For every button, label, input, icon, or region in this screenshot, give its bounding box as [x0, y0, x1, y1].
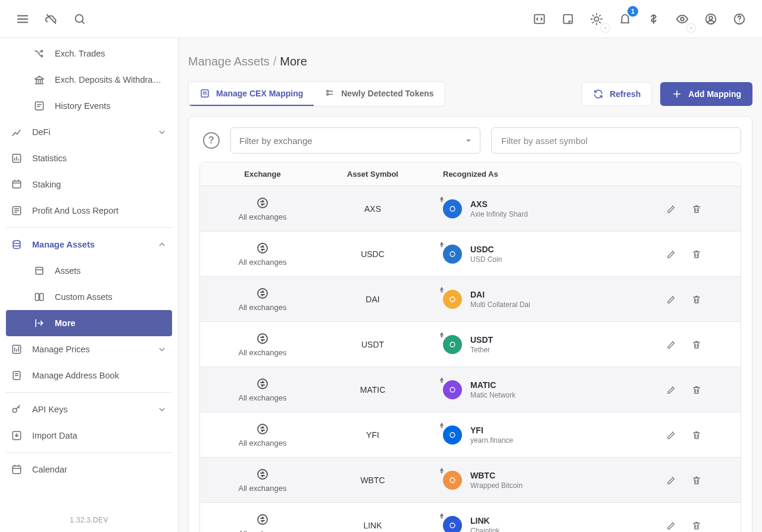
exchange-label: All exchanges [239, 303, 287, 312]
recognized-name: Axie Infinity Shard [470, 210, 528, 218]
edit-button[interactable] [666, 430, 677, 440]
cell-symbol: USDT [313, 340, 432, 349]
filter-exchange-select[interactable]: Filter by exchange [230, 127, 480, 154]
sidebar-item[interactable]: Staking [0, 171, 178, 198]
chevron-down-icon [157, 127, 167, 137]
filter-symbol-input[interactable] [491, 127, 741, 154]
sidebar-item[interactable]: History Events [0, 93, 178, 119]
assets-icon [11, 239, 23, 251]
sidebar-item[interactable]: Exch. Deposits & Withdrawals [0, 67, 178, 93]
delete-button[interactable] [691, 384, 702, 395]
sidebar-item[interactable]: Manage Assets [0, 231, 178, 258]
sidebar-item-label: Manage Address Book [32, 371, 167, 380]
sidebar-item[interactable]: Profit And Loss Report [0, 198, 178, 224]
sidebar-item-label: API Keys [32, 405, 157, 414]
dev-code-button[interactable] [527, 7, 551, 31]
sidebar: Exch. TradesExch. Deposits & Withdrawals… [0, 38, 179, 532]
table-row: All exchangesYFIYFIyearn.finance [200, 412, 741, 458]
exchange-icon [255, 467, 270, 481]
eth-badge-icon [438, 286, 445, 293]
refresh-icon [593, 89, 604, 99]
chevron-down-icon [687, 24, 695, 32]
account-button[interactable] [699, 7, 723, 31]
recognized-name: Multi Collateral Dai [470, 301, 530, 309]
delete-button[interactable] [691, 249, 702, 259]
privacy-button[interactable] [670, 7, 694, 31]
edit-button[interactable] [666, 475, 677, 486]
sidebar-item[interactable]: Exch. Trades [0, 40, 178, 67]
th-symbol: Asset Symbol [313, 170, 432, 179]
sidebar-item-label: Exch. Trades [55, 49, 167, 58]
sidebar-item[interactable]: DeFi [0, 119, 178, 145]
table-row: All exchangesLINKLINKChainlink [200, 503, 741, 532]
eth-badge-icon [438, 467, 445, 474]
cell-symbol: USDC [313, 249, 432, 259]
notifications-button[interactable]: 1 [613, 7, 637, 31]
delete-button[interactable] [691, 520, 702, 531]
search-button[interactable] [68, 7, 92, 31]
exchange-label: All exchanges [239, 529, 287, 532]
delete-button[interactable] [691, 294, 702, 305]
chevron-down-icon [157, 404, 167, 415]
help-button[interactable] [727, 7, 751, 31]
refresh-button[interactable]: Refresh [582, 82, 652, 106]
breadcrumb-separator: / [273, 55, 277, 68]
calendar-icon [11, 464, 23, 475]
notes-button[interactable] [556, 7, 580, 31]
exchange-icon [255, 377, 270, 391]
sidebar-item[interactable]: API Keys [0, 396, 178, 423]
plus-icon [672, 89, 682, 99]
delete-button[interactable] [691, 430, 702, 440]
recognized-name: Tether [470, 346, 493, 354]
main-content: Manage Assets / More Manage CEX Mapping … [179, 38, 762, 532]
prices-icon [11, 343, 23, 355]
table-row: All exchangesDAIDAIMulti Collateral Dai [200, 277, 741, 322]
token-icon [443, 245, 462, 264]
sidebar-item[interactable]: Custom Assets [0, 284, 178, 310]
filter-symbol-field[interactable] [500, 135, 732, 146]
breadcrumb-parent[interactable]: Manage Assets [188, 55, 270, 68]
edit-button[interactable] [666, 294, 677, 305]
exchange-label: All exchanges [239, 439, 287, 447]
sidebar-item-label: Custom Assets [55, 292, 167, 302]
add-mapping-button[interactable]: Add Mapping [660, 82, 752, 106]
table-row: All exchangesMATICMATICMatic Network [200, 367, 741, 412]
sidebar-item-label: Calendar [32, 465, 167, 474]
currency-button[interactable] [642, 7, 666, 31]
sidebar-item[interactable]: Calendar [0, 456, 178, 483]
sidebar-item[interactable]: Manage Prices [0, 336, 178, 362]
import-icon [11, 430, 23, 442]
theme-button[interactable] [585, 7, 608, 31]
sidebar-item[interactable]: Statistics [0, 145, 178, 171]
delete-button[interactable] [691, 475, 702, 486]
sidebar-item[interactable]: Manage Address Book [0, 362, 178, 389]
delete-button[interactable] [691, 204, 702, 214]
box-icon [33, 265, 45, 277]
help-icon[interactable]: ? [203, 132, 220, 149]
edit-button[interactable] [666, 249, 677, 259]
recognized-symbol: YFI [470, 425, 513, 435]
sidebar-item[interactable]: Assets [0, 258, 178, 284]
recognized-name: Matic Network [470, 391, 516, 399]
sidebar-item[interactable]: More [6, 310, 172, 336]
menu-button[interactable] [11, 7, 35, 31]
sliders-icon [324, 88, 335, 99]
tab-label: Manage CEX Mapping [216, 89, 303, 98]
edit-button[interactable] [666, 384, 677, 395]
tab-manage-cex[interactable]: Manage CEX Mapping [189, 82, 314, 106]
recognized-symbol: AXS [470, 199, 528, 209]
recognized-name: Wrapped Bitcoin [470, 481, 523, 490]
offline-icon[interactable] [39, 7, 63, 31]
table-header: Exchange Asset Symbol Recognized As [200, 162, 741, 186]
delete-button[interactable] [691, 339, 702, 350]
tabs: Manage CEX Mapping Newly Detected Tokens [188, 82, 445, 107]
eth-badge-icon [438, 422, 445, 429]
edit-button[interactable] [666, 204, 677, 214]
cell-symbol: YFI [313, 430, 432, 440]
edit-button[interactable] [666, 339, 677, 350]
chart-icon [11, 126, 23, 138]
edit-button[interactable] [666, 520, 677, 531]
sidebar-item[interactable]: Import Data [0, 423, 178, 449]
table-row: All exchangesWBTCWBTCWrapped Bitcoin [200, 458, 741, 503]
tab-newly-detected[interactable]: Newly Detected Tokens [314, 82, 444, 106]
